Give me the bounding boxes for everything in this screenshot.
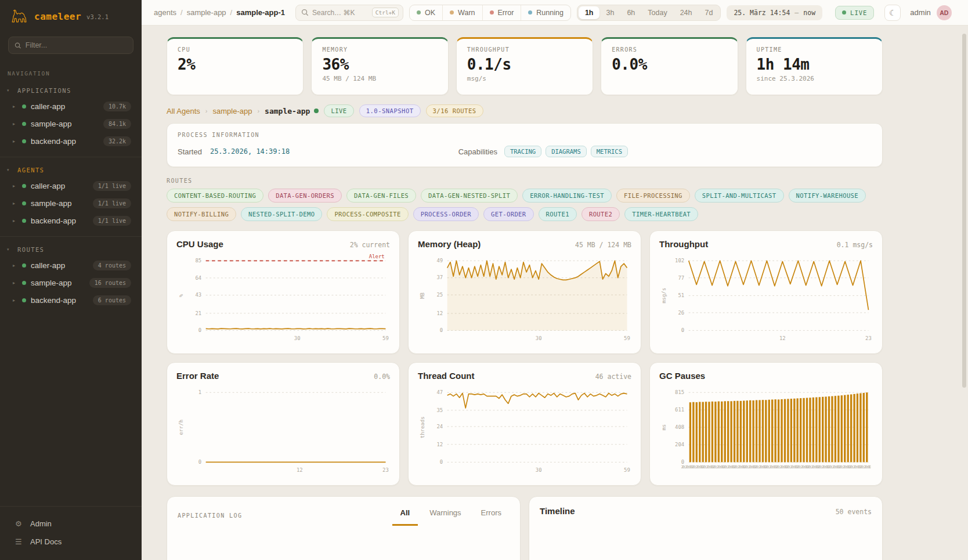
- route-chip-get-order[interactable]: GET-ORDER: [483, 207, 534, 221]
- avatar[interactable]: AD: [937, 5, 952, 20]
- chart-body: 0204408611815ms20:20:0020:20:0020:20:002…: [659, 384, 873, 477]
- date-range-pill[interactable]: 25. März 14:54 — now: [727, 5, 822, 20]
- log-tab-all[interactable]: All: [392, 506, 418, 526]
- route-chip-file-processing[interactable]: FILE-PROCESSING: [616, 189, 690, 203]
- breadcrumb-link-agents[interactable]: agents: [154, 8, 176, 17]
- timeline-card: Timeline 50 events: [529, 496, 883, 560]
- range-button-3h[interactable]: 3h: [599, 6, 620, 19]
- breadcrumb-link-sample-app[interactable]: sample-app: [187, 8, 226, 17]
- chart-card-thread-count: Thread Count46 active012243547threads305…: [408, 362, 641, 486]
- sidebar-item-applications-caller-app[interactable]: ▸caller-app10.7k: [0, 97, 142, 115]
- route-chip-process-composite[interactable]: PROCESS-COMPOSITE: [327, 207, 408, 221]
- agent-link-all-agents[interactable]: All Agents: [167, 107, 200, 115]
- status-filter-label: Error: [498, 9, 514, 17]
- status-filter-running[interactable]: Running: [521, 5, 570, 20]
- chart-body: 0265177102msg/s1223: [659, 252, 873, 345]
- agent-link-sample-app[interactable]: sample-app: [213, 107, 252, 115]
- sidebar-group-header-agents[interactable]: ▾AGENTS: [0, 165, 142, 177]
- range-button-1h[interactable]: 1h: [579, 6, 600, 19]
- range-button-today[interactable]: Today: [641, 6, 673, 19]
- chart-plot: 01err/h1223: [176, 384, 390, 477]
- route-chip-process-order[interactable]: PROCESS-ORDER: [413, 207, 479, 221]
- chart-plot: 021436485%3059Alert: [176, 252, 390, 345]
- route-chip-split-and-multicast[interactable]: SPLIT-AND-MULTICAST: [695, 189, 784, 203]
- chart-plot: 0204408611815ms20:20:0020:20:0020:20:002…: [659, 384, 873, 477]
- stat-sublabel: msg/s: [467, 75, 582, 82]
- chevron-right-icon: ▸: [13, 280, 17, 286]
- agent-separator: ›: [205, 107, 208, 114]
- app-name: cameleer: [34, 11, 81, 22]
- route-chip-content-based-routing[interactable]: CONTENT-BASED-ROUTING: [167, 189, 263, 203]
- status-filter-warn[interactable]: Warn: [442, 5, 482, 20]
- log-tab-warnings[interactable]: Warnings: [421, 506, 469, 526]
- chart-header: Error Rate0.0%: [176, 371, 390, 381]
- status-filter-error[interactable]: Error: [482, 5, 521, 20]
- sidebar-item-agents-backend-app[interactable]: ▸backend-app1/1 live: [0, 212, 142, 229]
- agent-badge-live: LIVE: [324, 104, 353, 117]
- log-tab-errors[interactable]: Errors: [473, 506, 510, 526]
- route-chip-notify-warehouse[interactable]: NOTIFY-WAREHOUSE: [789, 189, 866, 203]
- sidebar-group-header-applications[interactable]: ▾APPLICATIONS: [0, 86, 142, 97]
- status-filter-label: OK: [425, 9, 435, 17]
- route-chip-data-gen-nested-split[interactable]: DATA-GEN-NESTED-SPLIT: [421, 189, 518, 203]
- status-filter-ok[interactable]: OK: [410, 5, 442, 20]
- route-chip-route1[interactable]: ROUTE1: [539, 207, 577, 221]
- svg-text:25: 25: [436, 292, 443, 298]
- process-info-title: PROCESS INFORMATION: [178, 132, 872, 138]
- sidebar-filter[interactable]: [8, 37, 133, 54]
- sidebar-item-label: caller-app: [31, 182, 88, 190]
- footer-item-api-docs[interactable]: ☰API Docs: [0, 533, 142, 551]
- route-chip-timer-heartbeat[interactable]: TIMER-HEARTBEAT: [624, 207, 698, 221]
- route-chip-error-handling-test[interactable]: ERROR-HANDLING-TEST: [522, 189, 612, 203]
- stat-value: 36%: [322, 56, 437, 73]
- range-button-24h[interactable]: 24h: [674, 6, 699, 19]
- svg-text:20:20:0020:20:0020:20:0020:20:: 20:20:0020:20:0020:20:0020:20:0020:20:00…: [681, 464, 873, 469]
- chart-header: GC Pauses: [659, 371, 873, 381]
- route-chip-notify-billing[interactable]: NOTIFY-BILLING: [167, 207, 236, 221]
- status-dot-icon: [528, 10, 532, 15]
- search-placeholder: Search… ⌘K: [312, 9, 369, 17]
- footer-item-admin[interactable]: ⚙Admin: [0, 515, 142, 533]
- route-chip-route2[interactable]: ROUTE2: [581, 207, 620, 221]
- route-chip-data-gen-orders[interactable]: DATA-GEN-ORDERS: [268, 189, 342, 203]
- main-column: agents/sample-app/sample-app-1 Search… ⌘…: [142, 0, 968, 560]
- range-button-7d[interactable]: 7d: [699, 6, 720, 19]
- application-log-card: APPLICATION LOG AllWarningsErrors: [167, 496, 521, 560]
- search-box[interactable]: Search… ⌘K Ctrl+K: [295, 5, 403, 21]
- svg-text:12: 12: [436, 442, 443, 447]
- chart-plot: 0265177102msg/s1223: [659, 252, 873, 345]
- filter-input[interactable]: [26, 41, 127, 49]
- timeline-event-count: 50 events: [836, 508, 872, 516]
- chart-header: CPU Usage2% current: [176, 239, 390, 249]
- stat-label: MEMORY: [322, 46, 437, 53]
- stat-cards-row: CPU2%MEMORY36%45 MB / 124 MBTHROUGHPUT0.…: [167, 37, 883, 95]
- svg-text:30: 30: [294, 335, 301, 341]
- status-dot-icon: [22, 219, 26, 223]
- sidebar-item-routes-caller-app[interactable]: ▸caller-app4 routes: [0, 256, 142, 274]
- svg-text:0: 0: [440, 459, 443, 465]
- agent-breadcrumb-row: All Agents›sample-app›sample-appLIVE1.0-…: [167, 104, 883, 117]
- range-button-6h[interactable]: 6h: [620, 6, 641, 19]
- chevron-right-icon: ▸: [13, 201, 17, 206]
- svg-text:64: 64: [195, 275, 201, 281]
- route-chips: CONTENT-BASED-ROUTINGDATA-GEN-ORDERSDATA…: [167, 189, 883, 221]
- svg-text:37: 37: [436, 274, 443, 280]
- sidebar-item-routes-sample-app[interactable]: ▸sample-app16 routes: [0, 274, 142, 291]
- status-dot-icon: [22, 298, 26, 302]
- sidebar-item-routes-backend-app[interactable]: ▸backend-app6 routes: [0, 291, 142, 309]
- svg-text:%: %: [178, 294, 184, 297]
- svg-text:1: 1: [198, 389, 201, 395]
- sidebar-item-badge: 6 routes: [93, 295, 131, 305]
- svg-text:102: 102: [675, 258, 684, 263]
- route-chip-data-gen-files[interactable]: DATA-GEN-FILES: [346, 189, 416, 203]
- app-root: cameleer v3.2.1 NAVIGATION ▾APPLICATIONS…: [0, 0, 968, 560]
- route-chip-nested-split-demo[interactable]: NESTED-SPLIT-DEMO: [241, 207, 322, 221]
- sidebar-item-applications-backend-app[interactable]: ▸backend-app32.2k: [0, 132, 142, 150]
- stat-sublabel: since 25.3.2026: [757, 75, 872, 82]
- sidebar-item-agents-sample-app[interactable]: ▸sample-app1/1 live: [0, 194, 142, 212]
- sidebar-group-header-routes[interactable]: ▾ROUTES: [0, 245, 142, 256]
- sidebar-item-agents-caller-app[interactable]: ▸caller-app1/1 live: [0, 177, 142, 194]
- page-scrollbar[interactable]: [962, 34, 966, 388]
- dark-mode-toggle[interactable]: ☾: [884, 5, 901, 21]
- sidebar-item-applications-sample-app[interactable]: ▸sample-app84.1k: [0, 115, 142, 132]
